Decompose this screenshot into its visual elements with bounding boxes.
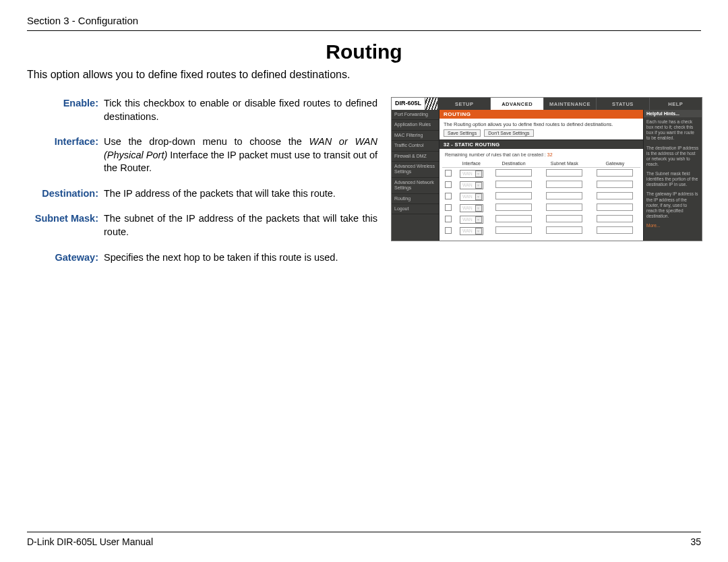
tab-advanced[interactable]: ADVANCED — [490, 98, 543, 110]
subnet-mask-input[interactable] — [546, 169, 582, 177]
def-body-enable: Tick this checkbox to enable or disable … — [104, 97, 377, 123]
hint-4: The gateway IP address is the IP address… — [644, 189, 702, 221]
hint-1: Each route has a check box next to it; c… — [644, 117, 702, 144]
def-body-destination: The IP address of the packets that will … — [104, 187, 377, 201]
hints-title: Helpful Hints... — [644, 110, 702, 117]
gateway-input[interactable] — [597, 169, 633, 177]
save-settings-button[interactable]: Save Settings — [444, 129, 481, 137]
def-body-interface: Use the drop-down menu to choose the WAN… — [104, 135, 377, 175]
sidebar-item-firewall-dmz[interactable]: Firewall & DMZ — [392, 152, 439, 162]
sidebar-item-logout[interactable]: Logout — [392, 204, 439, 214]
def-label-gateway: Gateway: — [27, 251, 101, 265]
table-row: WAN▾ — [442, 168, 640, 180]
tab-setup[interactable]: SETUP — [437, 98, 490, 110]
enable-checkbox[interactable] — [445, 216, 452, 222]
remaining-rules-text: Remaining number of rules that can be cr… — [442, 151, 640, 160]
router-sidebar: Port Forwarding Application Rules MAC Fi… — [392, 110, 439, 241]
chevron-down-icon: ▾ — [475, 228, 482, 235]
gateway-input[interactable] — [597, 181, 633, 188]
routing-description: The Routing option allows you to define … — [444, 121, 639, 127]
interface-select[interactable]: WAN▾ — [460, 181, 483, 189]
routing-table: Interface Destination Subnet Mask Gatewa… — [442, 160, 640, 237]
hints-more-link[interactable]: More... — [644, 221, 702, 230]
def-label-enable: Enable: — [27, 97, 101, 123]
interface-select[interactable]: WAN▾ — [460, 170, 483, 178]
enable-checkbox[interactable] — [445, 204, 452, 211]
def-label-destination: Destination: — [27, 187, 101, 201]
hint-2: The destination IP address is the addres… — [644, 144, 702, 170]
footer-manual-name: D-Link DIR-605L User Manual — [27, 536, 153, 547]
destination-input[interactable] — [495, 215, 532, 222]
def-label-interface: Interface: — [27, 135, 101, 175]
chevron-down-icon: ▾ — [475, 170, 482, 177]
hint-3: The Subnet mask field identifies the por… — [644, 169, 702, 189]
sidebar-item-routing[interactable]: Routing — [392, 194, 439, 204]
sidebar-item-adv-wireless[interactable]: Advanced Wireless Settings — [392, 162, 439, 178]
definitions: Enable: Tick this checkbox to enable or … — [27, 97, 377, 264]
static-routing-heading: 32 - STATIC ROUTING — [439, 139, 643, 149]
chevron-down-icon: ▾ — [475, 193, 482, 200]
router-tabs: SETUP ADVANCED MAINTENANCE STATUS HELP — [437, 98, 702, 110]
col-gateway: Gateway — [590, 160, 640, 168]
enable-checkbox[interactable] — [445, 227, 452, 234]
tab-help[interactable]: HELP — [649, 98, 702, 110]
sidebar-item-traffic-control[interactable]: Traffic Control — [392, 141, 439, 151]
section-header: Section 3 - Configuration — [27, 15, 701, 31]
gateway-input[interactable] — [597, 192, 633, 199]
dont-save-settings-button[interactable]: Don't Save Settings — [484, 129, 533, 137]
table-row: WAN▾ — [442, 225, 640, 237]
col-interface: Interface — [454, 160, 488, 168]
sidebar-item-adv-network[interactable]: Advanced Network Settings — [392, 178, 439, 194]
def-body-gateway: Specifies the next hop to be taken if th… — [104, 251, 377, 265]
interface-select[interactable]: WAN▾ — [460, 216, 483, 224]
subnet-mask-input[interactable] — [546, 204, 582, 211]
subnet-mask-input[interactable] — [546, 215, 582, 222]
col-subnet-mask: Subnet Mask — [539, 160, 590, 168]
destination-input[interactable] — [495, 169, 532, 177]
sidebar-item-port-forwarding[interactable]: Port Forwarding — [392, 110, 439, 120]
chevron-down-icon: ▾ — [475, 216, 482, 223]
table-row: WAN▾ — [442, 214, 640, 225]
router-screenshot: DIR-605L SETUP ADVANCED MAINTENANCE STAT… — [391, 97, 702, 241]
def-label-subnetmask: Subnet Mask: — [27, 212, 101, 239]
table-row: WAN▾ — [442, 179, 640, 191]
gateway-input[interactable] — [597, 204, 633, 211]
intro-text: This option allows you to define fixed r… — [27, 69, 701, 81]
tab-status[interactable]: STATUS — [596, 98, 648, 110]
enable-checkbox[interactable] — [445, 193, 452, 199]
chevron-down-icon: ▾ — [475, 205, 482, 212]
col-destination: Destination — [489, 160, 539, 168]
routing-banner: ROUTING — [439, 110, 643, 119]
tab-maintenance[interactable]: MAINTENANCE — [543, 98, 596, 110]
stripes-decoration — [425, 98, 437, 110]
subnet-mask-input[interactable] — [546, 181, 582, 188]
destination-input[interactable] — [495, 204, 532, 211]
router-model: DIR-605L — [392, 98, 425, 110]
destination-input[interactable] — [495, 181, 532, 188]
destination-input[interactable] — [495, 226, 532, 234]
page-title: Routing — [27, 40, 701, 63]
footer-page-number: 35 — [690, 536, 701, 547]
interface-select[interactable]: WAN▾ — [460, 204, 483, 212]
subnet-mask-input[interactable] — [546, 192, 582, 199]
interface-select[interactable]: WAN▾ — [460, 227, 483, 235]
sidebar-item-mac-filtering[interactable]: MAC Filtering — [392, 131, 439, 141]
def-body-subnetmask: The subnet of the IP address of the pack… — [104, 212, 377, 239]
enable-checkbox[interactable] — [445, 170, 452, 177]
table-row: WAN▾ — [442, 191, 640, 202]
gateway-input[interactable] — [597, 215, 633, 222]
table-row: WAN▾ — [442, 202, 640, 214]
helpful-hints: Helpful Hints... Each route has a check … — [643, 110, 702, 241]
enable-checkbox[interactable] — [445, 181, 452, 188]
destination-input[interactable] — [495, 192, 532, 199]
chevron-down-icon: ▾ — [475, 182, 482, 189]
interface-select[interactable]: WAN▾ — [460, 193, 483, 201]
gateway-input[interactable] — [597, 226, 633, 234]
subnet-mask-input[interactable] — [546, 226, 582, 234]
sidebar-item-application-rules[interactable]: Application Rules — [392, 120, 439, 130]
